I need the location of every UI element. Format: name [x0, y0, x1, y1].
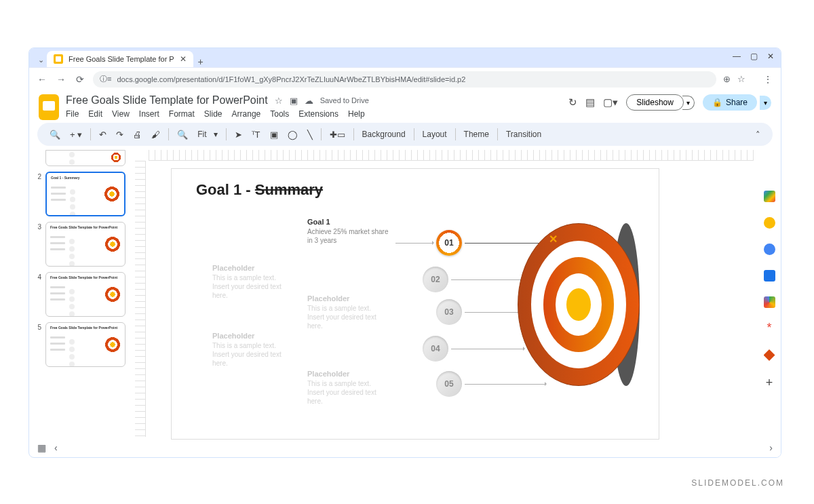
target-hit-marker-icon: ✕ — [549, 233, 558, 246]
share-button[interactable]: 🔒 Share — [703, 94, 757, 111]
goal-4-text: This is a sample text. Insert your desir… — [212, 341, 294, 368]
tasks-icon[interactable] — [764, 244, 775, 255]
goal-block-2[interactable]: Placeholder This is a sample text. Inser… — [212, 264, 294, 300]
chrome-menu-icon[interactable]: ⋮ — [762, 74, 774, 85]
textbox-tool[interactable]: ᵀT — [248, 127, 265, 142]
browser-window: ⌄ Free Goals Slide Template for P ✕ + — … — [28, 47, 781, 458]
image-tool[interactable]: ▣ — [266, 127, 282, 142]
menu-slide[interactable]: Slide — [204, 109, 222, 119]
window-minimize-icon[interactable]: — — [733, 52, 741, 61]
window-close-icon[interactable]: ✕ — [767, 52, 774, 61]
save-status: Saved to Drive — [320, 96, 369, 104]
background-button[interactable]: Background — [358, 127, 410, 142]
slide-thumbnail-5[interactable]: Free Goals Slide Template for PowerPoint — [45, 322, 125, 367]
num-circle-4[interactable]: 04 — [423, 336, 448, 362]
show-side-panel-icon[interactable]: › — [769, 442, 773, 453]
site-info-icon[interactable]: ⓘ≡ — [100, 74, 111, 84]
ruler-horizontal[interactable] — [149, 150, 754, 161]
theme-button[interactable]: Theme — [460, 127, 493, 142]
select-tool[interactable]: ➤ — [231, 127, 246, 142]
meet-icon[interactable]: ▢▾ — [603, 96, 618, 109]
connector-arrow-2 — [451, 279, 524, 280]
comments-icon[interactable]: ▤ — [585, 96, 595, 109]
toolbar: 🔍 + ▾ ↶ ↷ 🖨 🖌 🔍 Fit ▾ ➤ ᵀT ▣ ◯ ╲ ✚▭ Back… — [37, 123, 773, 146]
layout-button[interactable]: Layout — [419, 127, 451, 142]
window-maximize-icon[interactable]: ▢ — [750, 52, 758, 61]
side-panel: * + — [762, 191, 777, 387]
url-bar[interactable]: ⓘ≡ docs.google.com/presentation/d/1F1foW… — [93, 71, 716, 88]
slide-thumbnail-3[interactable]: Free Goals Slide Template for PowerPoint — [45, 222, 125, 267]
maps-icon[interactable] — [764, 296, 775, 308]
new-slide-button[interactable]: + ▾ — [66, 127, 86, 142]
menu-insert[interactable]: Insert — [139, 109, 159, 119]
menu-arrange[interactable]: Arrange — [232, 109, 261, 119]
goal-block-3[interactable]: Placeholder This is a sample text. Inser… — [307, 294, 389, 330]
menu-tools[interactable]: Tools — [270, 109, 289, 119]
goal-block-4[interactable]: Placeholder This is a sample text. Inser… — [212, 332, 294, 368]
share-dropdown[interactable]: ▾ — [760, 96, 771, 110]
menu-format[interactable]: Format — [169, 109, 195, 119]
addon-icon[interactable]: * — [764, 323, 775, 334]
num-circle-3[interactable]: 03 — [436, 299, 462, 325]
history-icon[interactable]: ↻ — [568, 96, 577, 109]
slide-title-prefix: Goal 1 - — [196, 181, 255, 198]
num-circle-2[interactable]: 02 — [423, 267, 448, 292]
new-tab-button[interactable]: + — [193, 56, 208, 67]
zoom-reset-icon[interactable]: ⊕ — [723, 74, 731, 84]
goal-4-head: Placeholder — [212, 332, 294, 340]
line-tool[interactable]: ╲ — [303, 127, 317, 142]
menu-extensions[interactable]: Extensions — [298, 109, 338, 119]
add-addons-icon[interactable]: + — [764, 376, 775, 387]
forward-button[interactable]: → — [55, 74, 67, 85]
cloud-saved-icon[interactable]: ☁ — [305, 96, 313, 106]
back-button[interactable]: ← — [36, 74, 48, 85]
star-icon[interactable]: ☆ — [275, 96, 283, 106]
reload-button[interactable]: ⟳ — [74, 74, 86, 85]
slides-logo-icon[interactable] — [39, 94, 59, 120]
goal-block-5[interactable]: Placeholder This is a sample text. Inser… — [307, 370, 389, 406]
goal-5-head: Placeholder — [307, 370, 389, 378]
comment-tool[interactable]: ✚▭ — [326, 127, 349, 142]
slide-title[interactable]: Goal 1 - Summary — [196, 181, 323, 199]
grid-view-icon[interactable]: ▦ — [37, 442, 46, 453]
move-icon[interactable]: ▣ — [290, 96, 298, 106]
paint-format-button[interactable]: 🖌 — [147, 127, 164, 142]
transition-button[interactable]: Transition — [502, 127, 545, 142]
search-menus-icon[interactable]: 🔍 — [45, 127, 64, 142]
thumb-num-2: 2 — [36, 172, 41, 180]
document-title[interactable]: Free Goals Slide Template for PowerPoint — [66, 94, 268, 106]
undo-button[interactable]: ↶ — [95, 127, 111, 142]
menu-view[interactable]: View — [112, 109, 130, 119]
toolbar-collapse-icon[interactable]: ˄ — [752, 127, 764, 142]
slide-canvas[interactable]: Goal 1 - Summary Goal 1 Achieve 25% mark… — [172, 169, 659, 439]
slideshow-dropdown[interactable]: ▾ — [682, 96, 695, 110]
explore-icon[interactable]: ‹ — [54, 442, 58, 453]
tab-list-button[interactable]: ⌄ — [35, 52, 47, 67]
tab-close-icon[interactable]: ✕ — [180, 54, 187, 64]
menu-help[interactable]: Help — [348, 109, 365, 119]
slide-thumbnail-1[interactable] — [45, 150, 125, 166]
contacts-icon[interactable] — [764, 270, 775, 282]
slideshow-button[interactable]: Slideshow — [626, 94, 684, 111]
zoom-select[interactable]: Fit ▾ — [193, 127, 221, 142]
num-circle-5[interactable]: 05 — [436, 371, 462, 397]
zoom-icon[interactable]: 🔍 — [173, 127, 192, 142]
calendar-icon[interactable] — [764, 191, 775, 202]
slide-thumbnail-2[interactable]: Goal 1 - Summary — [45, 172, 125, 216]
shape-tool[interactable]: ◯ — [284, 127, 302, 142]
slide-thumbnail-4[interactable]: Free Goals Slide Template for PowerPoint — [45, 272, 125, 317]
browser-tab[interactable]: Free Goals Slide Template for P ✕ — [47, 51, 193, 67]
goal-block-1[interactable]: Goal 1 Achieve 25% market share in 3 yea… — [307, 218, 389, 245]
redo-button[interactable]: ↷ — [112, 127, 128, 142]
target-graphic[interactable] — [518, 223, 640, 386]
goal-3-head: Placeholder — [307, 294, 389, 303]
keep-icon[interactable] — [764, 217, 775, 229]
addon2-icon[interactable] — [764, 349, 775, 361]
connector-arrow-3 — [465, 312, 520, 313]
print-button[interactable]: 🖨 — [129, 127, 146, 142]
bookmark-star-icon[interactable]: ☆ — [737, 74, 745, 84]
menu-file[interactable]: File — [66, 109, 79, 119]
menu-edit[interactable]: Edit — [88, 109, 102, 119]
num-circle-1[interactable]: 01 — [436, 230, 462, 256]
ruler-vertical[interactable] — [135, 161, 146, 437]
